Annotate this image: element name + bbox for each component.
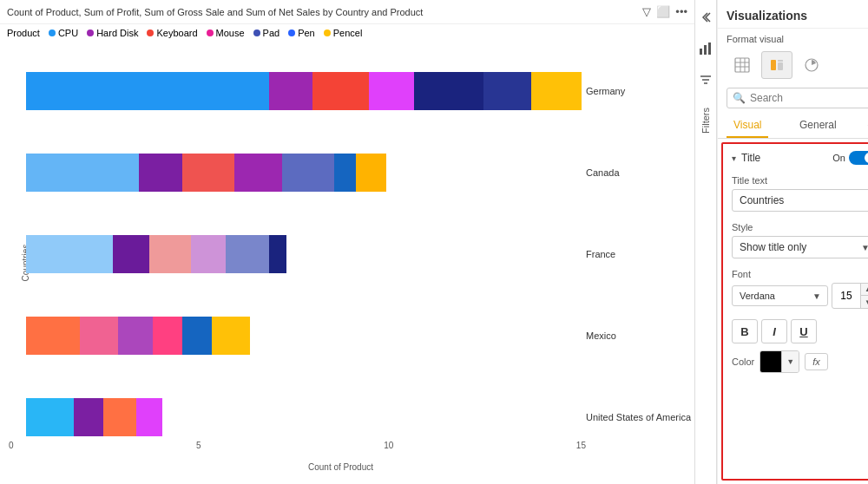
bold-button[interactable]: B (732, 319, 758, 343)
bar-row-germany: Germany (26, 65, 582, 117)
filters-label: Filters (700, 108, 711, 134)
back-nav-icon[interactable] (695, 7, 716, 28)
font-size-wrapper: ▲ ▼ (832, 283, 868, 309)
svg-rect-0 (700, 49, 702, 55)
bar-seg (369, 72, 414, 110)
legend-item-pencel: Pencel (324, 28, 363, 38)
legend-dot-cpu (49, 29, 56, 36)
x-tick-0: 0 (9, 441, 14, 458)
font-size-down-icon[interactable]: ▼ (861, 296, 868, 308)
bar-container-usa (26, 398, 582, 436)
bar-seg (282, 154, 334, 192)
font-group: Font Verdana Arial Calibri ▼ ▲ ▼ (723, 265, 868, 316)
font-size-input[interactable] (832, 285, 860, 306)
legend-dot-pencel (324, 29, 331, 36)
font-family-select[interactable]: Verdana Arial Calibri (732, 285, 828, 306)
search-input[interactable] (750, 92, 868, 104)
bar-seg (139, 154, 182, 192)
underline-button[interactable]: U (791, 319, 817, 343)
style-label: Style (732, 222, 868, 232)
legend-item-harddisk: Hard Disk (87, 28, 138, 38)
bar-seg (414, 72, 483, 110)
font-label: Font (732, 269, 868, 279)
more-options-icon[interactable]: ••• (675, 5, 687, 18)
color-swatch-wrapper[interactable]: ▼ (760, 350, 799, 373)
style-group: Style Show title only Show title and des… (723, 219, 868, 265)
chart-title: Count of Product, Sum of Profit, Sum of … (7, 7, 639, 17)
format-view-icon-btn[interactable] (761, 51, 792, 79)
font-family-wrapper: Verdana Arial Calibri ▼ (732, 285, 828, 306)
bar-seg (26, 154, 139, 192)
chart-legend: Product CPU Hard Disk Keyboard Mouse Pad… (0, 24, 694, 42)
search-box[interactable]: 🔍 (727, 88, 868, 108)
format-content-panel: ▾ Title On Title text Style Show title o… (721, 142, 868, 481)
bar-seg (153, 317, 182, 355)
chart-nav-icon[interactable] (695, 38, 716, 59)
svg-rect-12 (778, 62, 783, 70)
legend-label-pad: Pad (263, 28, 280, 38)
bar-seg (312, 72, 369, 110)
title-text-input[interactable] (732, 189, 868, 212)
legend-dot-pad (253, 29, 260, 36)
font-size-up-icon[interactable]: ▲ (861, 284, 868, 296)
legend-label-harddisk: Hard Disk (96, 28, 138, 38)
legend-dot-keyboard (147, 29, 154, 36)
format-buttons-row: B I U (723, 316, 868, 347)
bar-seg (483, 72, 531, 110)
legend-item-cpu: CPU (49, 28, 78, 38)
bar-seg (531, 72, 582, 110)
bar-seg (334, 154, 356, 192)
bar-seg (136, 398, 162, 436)
legend-label-cpu: CPU (58, 28, 78, 38)
x-axis-label: Count of Product (308, 462, 373, 472)
expand-icon[interactable]: ⬜ (656, 5, 670, 18)
right-panel: Visualizations ❯ Format visual (717, 0, 868, 484)
toggle-track[interactable] (849, 151, 868, 165)
bar-label-germany: Germany (586, 86, 681, 96)
toggle-on-label: On (832, 153, 845, 163)
bar-seg (26, 72, 269, 110)
bar-row-usa: United States of America (26, 391, 582, 443)
tab-general[interactable]: General (792, 114, 844, 138)
legend-item-pen: Pen (288, 28, 315, 38)
bar-label-france: France (586, 249, 681, 259)
bar-seg (191, 235, 226, 273)
table-view-icon-btn[interactable] (727, 51, 758, 79)
bar-seg (182, 317, 212, 355)
bar-seg (182, 154, 234, 192)
svg-rect-1 (704, 45, 707, 55)
bar-row-mexico: Mexico (26, 310, 582, 362)
format-visual-label: Format visual (718, 29, 868, 48)
x-tick-5: 5 (196, 441, 201, 458)
fx-button[interactable]: fx (805, 353, 828, 370)
title-section-header[interactable]: ▾ Title On (723, 144, 868, 172)
bar-label-mexico: Mexico (586, 330, 681, 341)
filters-icon[interactable] (695, 69, 716, 90)
bar-seg (226, 235, 269, 273)
bar-seg (26, 398, 74, 436)
title-text-label: Title text (732, 175, 868, 186)
title-toggle[interactable]: On (832, 151, 868, 165)
analytics-icon-btn[interactable] (796, 51, 827, 79)
style-select-wrapper: Show title only Show title and descripti… (732, 236, 868, 258)
title-text-group: Title text (723, 172, 868, 219)
viz-icons-row (718, 48, 868, 82)
toggle-knob (865, 153, 868, 163)
style-select[interactable]: Show title only Show title and descripti… (732, 236, 868, 258)
bar-container-germany (26, 72, 582, 110)
legend-product-label: Product (7, 28, 40, 38)
bar-seg (113, 235, 149, 273)
legend-item-keyboard: Keyboard (147, 28, 197, 38)
bar-seg (74, 398, 103, 436)
color-dropdown-arrow-icon[interactable]: ▼ (781, 351, 799, 372)
bar-seg (269, 72, 312, 110)
tab-visual[interactable]: Visual (727, 114, 768, 138)
filter-icon[interactable]: ▽ (642, 5, 651, 18)
bar-container-mexico (26, 317, 582, 355)
legend-dot-pen (288, 29, 295, 36)
italic-button[interactable]: I (761, 319, 787, 343)
font-row: Verdana Arial Calibri ▼ ▲ ▼ (732, 283, 868, 309)
svg-rect-2 (708, 43, 711, 55)
bar-seg (103, 398, 136, 436)
bar-label-canada: Canada (586, 167, 681, 178)
